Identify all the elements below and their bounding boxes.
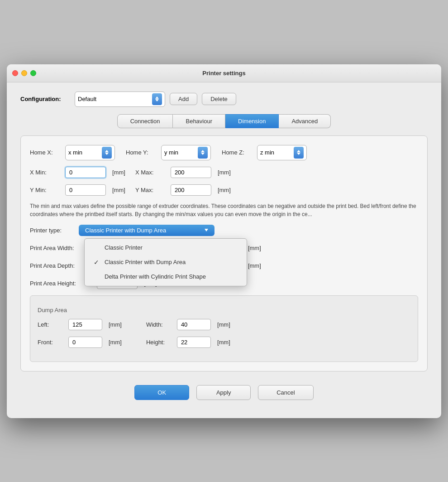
config-label: Configuration: [20,96,70,102]
home-x-spinner[interactable] [102,147,112,159]
dump-area-title: Dump Area [38,307,410,313]
y-max-unit: [mm] [218,187,231,193]
home-z-up-icon [297,150,300,152]
y-max-input[interactable] [171,184,211,196]
printer-type-row: Printer type: Classic Printer with Dump … [30,225,418,236]
dump-width-unit: [mm] [217,321,230,328]
home-y-spinner[interactable] [198,147,208,159]
printer-type-dropdown[interactable]: Classic Printer with Dump Area [79,225,214,236]
home-y-up-icon [201,150,205,152]
x-max-label: X Max: [135,169,167,176]
home-z-label: Home Z: [222,149,253,156]
dump-height-input[interactable] [177,337,211,348]
cancel-button[interactable]: Cancel [258,385,313,400]
maximize-button[interactable] [30,70,36,76]
printer-type-label: Printer type: [30,227,75,234]
x-min-unit: [mm] [112,169,125,176]
home-y-select[interactable]: y min [161,145,211,160]
print-area-height-label: Print Area Height: [30,280,93,287]
printer-type-selected: Classic Printer with Dump Area [85,227,166,234]
y-min-label: Y Min: [30,187,62,193]
dimension-panel: Home X: x min Home Y: y min Home [20,135,428,371]
minimize-button[interactable] [21,70,27,76]
spinner-up-icon [155,96,159,99]
dropdown-item-classic[interactable]: Classic Printer [85,241,247,255]
config-value: Default [78,96,150,102]
window-title: Printer settings [202,70,245,77]
y-max-label: Y Max: [135,187,167,193]
dump-front-unit: [mm] [109,339,122,346]
x-max-unit: [mm] [218,169,231,176]
dump-left-input[interactable] [68,319,102,330]
dump-front-input[interactable] [68,337,102,348]
home-z-down-icon [297,153,300,155]
titlebar: Printer settings [7,64,441,82]
spinner-down-icon [155,99,159,101]
dump-left-label: Left: [38,321,65,328]
tab-bar: Connection Behaviour Dimension Advanced [20,114,428,128]
dropdown-arrow-icon [205,229,208,231]
configuration-row: Configuration: Default Add Delete [20,92,428,107]
bed-left-unit: [mm] [248,245,261,251]
home-x-select[interactable]: x min [65,145,115,160]
yminmax-row: Y Min: [mm] Y Max: [mm] [30,184,418,196]
tab-connection[interactable]: Connection [117,114,173,128]
add-button[interactable]: Add [170,93,197,105]
bottom-buttons: OK Apply Cancel [20,381,428,409]
dump-area-panel: Dump Area Left: [mm] Width: [mm] Front: … [30,295,418,362]
print-area-width-label: Print Area Width: [30,245,93,251]
dump-height-label: Height: [146,339,173,346]
x-max-input[interactable] [171,167,211,178]
home-y-label: Home Y: [126,149,157,156]
home-y-down-icon [201,153,205,155]
home-x-label: Home X: [30,149,62,156]
home-row: Home X: x min Home Y: y min Home [30,145,418,160]
bed-front-unit: [mm] [248,262,261,269]
home-x-down-icon [105,153,109,155]
dump-front-label: Front: [38,339,65,346]
delete-button[interactable]: Delete [202,93,236,105]
traffic-lights [12,70,36,76]
tab-advanced[interactable]: Advanced [279,114,331,128]
home-x-up-icon [105,150,109,152]
tab-behaviour[interactable]: Behaviour [173,114,225,128]
dump-left-unit: [mm] [109,321,122,328]
home-z-value: z min [260,149,274,156]
printer-settings-window: Printer settings Configuration: Default … [7,64,441,418]
dump-width-input[interactable] [177,319,211,330]
dropdown-item-classic-dump[interactable]: ✓ Classic Printer with Dump Area [85,255,247,270]
y-min-input[interactable] [65,184,106,196]
tab-dimension[interactable]: Dimension [225,114,279,128]
dump-left-width-row: Left: [mm] Width: [mm] [38,319,410,330]
main-content: Configuration: Default Add Delete Connec… [7,82,441,418]
config-spinner[interactable] [152,93,162,105]
print-area-depth-label: Print Area Depth: [30,262,93,269]
apply-button[interactable]: Apply [196,385,251,400]
x-min-input[interactable] [65,167,106,178]
printer-type-menu: Classic Printer ✓ Classic Printer with D… [84,238,247,286]
dump-width-label: Width: [146,321,173,328]
config-select[interactable]: Default [75,92,165,107]
home-z-spinner[interactable] [294,147,304,159]
dump-front-height-row: Front: [mm] Height: [mm] [38,337,410,348]
xminmax-row: X Min: [mm] X Max: [mm] [30,167,418,178]
ok-button[interactable]: OK [134,385,189,400]
home-z-select[interactable]: z min [257,145,307,160]
close-button[interactable] [12,70,18,76]
config-select-wrapper: Default [75,92,165,107]
info-text: The min and max values define the possib… [30,202,418,218]
dropdown-item-delta[interactable]: Delta Printer with Cylindric Print Shape [85,270,247,284]
home-x-value: x min [68,149,82,156]
x-min-label: X Min: [30,169,62,176]
y-min-unit: [mm] [112,187,125,193]
dump-height-unit: [mm] [217,339,230,346]
home-y-value: y min [164,149,178,156]
